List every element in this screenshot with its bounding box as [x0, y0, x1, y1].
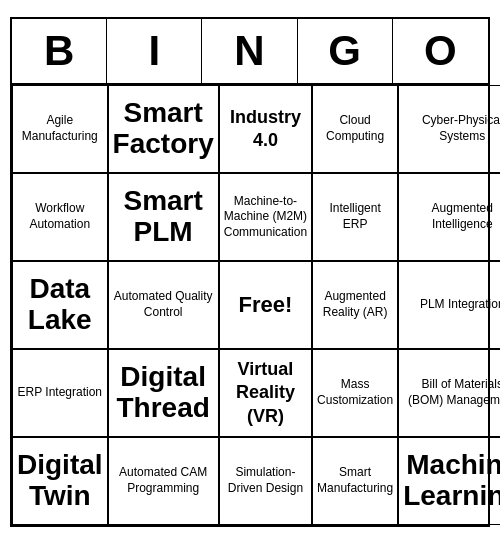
- bingo-cell-2[interactable]: Industry 4.0: [219, 85, 312, 173]
- bingo-cell-8[interactable]: Intelligent ERP: [312, 173, 398, 261]
- bingo-cell-22[interactable]: Simulation-Driven Design: [219, 437, 312, 525]
- bingo-letter-O: O: [393, 19, 488, 83]
- cell-text-6: Smart PLM: [113, 186, 214, 248]
- bingo-cell-19[interactable]: Bill of Materials (BOM) Management: [398, 349, 500, 437]
- cell-text-13: Augmented Reality (AR): [317, 289, 393, 320]
- cell-text-20: Digital Twin: [17, 450, 103, 512]
- cell-text-21: Automated CAM Programming: [113, 465, 214, 496]
- bingo-cell-17[interactable]: Virtual Reality (VR): [219, 349, 312, 437]
- bingo-cell-15[interactable]: ERP Integration: [12, 349, 108, 437]
- bingo-cell-11[interactable]: Automated Quality Control: [108, 261, 219, 349]
- cell-text-4: Cyber-Physical Systems: [403, 113, 500, 144]
- cell-text-1: Smart Factory: [113, 98, 214, 160]
- bingo-header: BINGO: [12, 19, 488, 85]
- bingo-cell-12[interactable]: Free!: [219, 261, 312, 349]
- bingo-letter-I: I: [107, 19, 202, 83]
- cell-text-22: Simulation-Driven Design: [224, 465, 307, 496]
- bingo-cell-5[interactable]: Workflow Automation: [12, 173, 108, 261]
- bingo-cell-3[interactable]: Cloud Computing: [312, 85, 398, 173]
- cell-text-0: Agile Manufacturing: [17, 113, 103, 144]
- cell-text-8: Intelligent ERP: [317, 201, 393, 232]
- cell-text-16: Digital Thread: [113, 362, 214, 424]
- bingo-cell-21[interactable]: Automated CAM Programming: [108, 437, 219, 525]
- bingo-grid: Agile ManufacturingSmart FactoryIndustry…: [12, 85, 488, 525]
- cell-text-24: Machine Learning: [403, 450, 500, 512]
- bingo-cell-18[interactable]: Mass Customization: [312, 349, 398, 437]
- cell-text-18: Mass Customization: [317, 377, 393, 408]
- cell-text-9: Augmented Intelligence: [403, 201, 500, 232]
- cell-text-11: Automated Quality Control: [113, 289, 214, 320]
- cell-text-2: Industry 4.0: [224, 106, 307, 153]
- bingo-cell-14[interactable]: PLM Integration: [398, 261, 500, 349]
- bingo-cell-20[interactable]: Digital Twin: [12, 437, 108, 525]
- bingo-cell-9[interactable]: Augmented Intelligence: [398, 173, 500, 261]
- bingo-cell-16[interactable]: Digital Thread: [108, 349, 219, 437]
- bingo-cell-23[interactable]: Smart Manufacturing: [312, 437, 398, 525]
- bingo-cell-6[interactable]: Smart PLM: [108, 173, 219, 261]
- cell-text-12: Free!: [239, 291, 293, 320]
- bingo-cell-10[interactable]: Data Lake: [12, 261, 108, 349]
- bingo-cell-24[interactable]: Machine Learning: [398, 437, 500, 525]
- bingo-letter-N: N: [202, 19, 297, 83]
- bingo-cell-7[interactable]: Machine-to-Machine (M2M) Communication: [219, 173, 312, 261]
- cell-text-17: Virtual Reality (VR): [224, 358, 307, 428]
- bingo-letter-G: G: [298, 19, 393, 83]
- cell-text-3: Cloud Computing: [317, 113, 393, 144]
- bingo-card: BINGO Agile ManufacturingSmart FactoryIn…: [10, 17, 490, 527]
- cell-text-23: Smart Manufacturing: [317, 465, 393, 496]
- bingo-cell-13[interactable]: Augmented Reality (AR): [312, 261, 398, 349]
- cell-text-19: Bill of Materials (BOM) Management: [403, 377, 500, 408]
- bingo-letter-B: B: [12, 19, 107, 83]
- bingo-cell-1[interactable]: Smart Factory: [108, 85, 219, 173]
- cell-text-5: Workflow Automation: [17, 201, 103, 232]
- cell-text-7: Machine-to-Machine (M2M) Communication: [224, 194, 307, 241]
- bingo-cell-4[interactable]: Cyber-Physical Systems: [398, 85, 500, 173]
- cell-text-14: PLM Integration: [420, 297, 500, 313]
- cell-text-15: ERP Integration: [18, 385, 103, 401]
- cell-text-10: Data Lake: [17, 274, 103, 336]
- bingo-cell-0[interactable]: Agile Manufacturing: [12, 85, 108, 173]
